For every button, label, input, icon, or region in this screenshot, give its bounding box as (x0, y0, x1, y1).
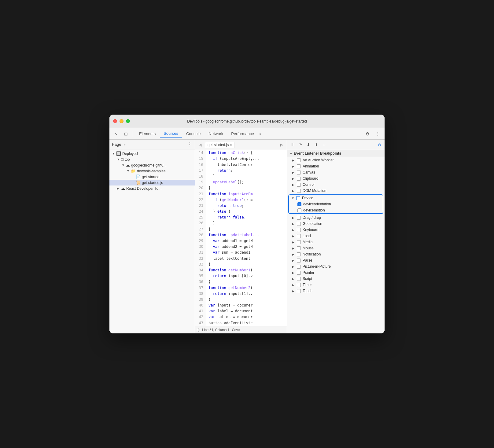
bp-item-drag-drop[interactable]: ▶ Drag / drop (287, 215, 385, 221)
more-options-icon[interactable]: ⋮ (374, 130, 382, 138)
code-line-22: 22 if (getNumber1() = (195, 197, 287, 203)
tree-label-ds: devtools-samples... (137, 169, 168, 173)
bp-item-device-header[interactable]: ▼ Device (289, 195, 383, 201)
bp-checkbox-timer[interactable] (297, 283, 301, 287)
prev-file-button[interactable]: ◁ (197, 141, 204, 148)
tree-arrow-top: ▼ (117, 158, 120, 161)
sidebar-more-button[interactable]: » (124, 143, 125, 146)
bp-item-control[interactable]: ▶ Control (287, 182, 385, 188)
format-button[interactable]: {} (197, 328, 200, 332)
bp-checkbox-drag-drop[interactable] (297, 216, 301, 220)
bp-item-script[interactable]: ▶ Script (287, 276, 385, 282)
tab-console[interactable]: Console (182, 130, 205, 137)
bp-item-ad-auction[interactable]: ▶ Ad Auction Worklet (287, 157, 385, 163)
bp-checkbox-device[interactable] (296, 196, 300, 200)
tree-label-gs: get-started (142, 175, 159, 179)
tree-item-get-started[interactable]: 📄 get-started (109, 174, 195, 180)
bp-item-geolocation[interactable]: ▶ Geolocation (287, 221, 385, 227)
bp-section-arrow: ▼ (289, 152, 293, 155)
tree-item-deployed[interactable]: ▼ 🔲 Deployed (109, 151, 195, 156)
bp-item-canvas[interactable]: ▶ Canvas (287, 169, 385, 175)
bp-item-pointer[interactable]: ▶ Pointer (287, 270, 385, 276)
code-line-24: 24 } else { (195, 209, 287, 215)
devtools-window: DevTools - googlechrome.github.io/devtoo… (109, 115, 385, 333)
bp-checkbox-mouse[interactable] (297, 246, 301, 250)
bp-checkbox-control[interactable] (297, 183, 301, 187)
tree-item-googlechrome[interactable]: ▼ ☁ googlechrome.githu... (109, 162, 195, 168)
cursor-icon[interactable]: ↖ (112, 130, 120, 138)
code-body[interactable]: 14function onClick() { 15 if (inputsAreE… (195, 150, 287, 326)
bp-checkbox-deviceorientation[interactable] (297, 202, 301, 206)
tree-item-devtools-samples[interactable]: ▼ 📁 devtools-samples... (109, 168, 195, 174)
bp-checkbox-pointer[interactable] (297, 271, 301, 275)
step-button[interactable]: → (321, 141, 327, 148)
bp-checkbox-media[interactable] (297, 240, 301, 244)
bp-checkbox-parse[interactable] (297, 259, 301, 263)
bp-item-animation[interactable]: ▶ Animation (287, 163, 385, 169)
event-listener-breakpoints-header[interactable]: ▼ Event Listener Breakpoints (287, 150, 385, 157)
bp-checkbox-geolocation[interactable] (297, 222, 301, 226)
step-out-button[interactable]: ⬆ (313, 141, 319, 148)
sidebar-options-button[interactable]: ⋮ (187, 141, 192, 147)
bp-checkbox-ad-auction[interactable] (297, 158, 301, 162)
settings-icon[interactable]: ⚙ (363, 130, 372, 138)
top-icon: □ (121, 157, 124, 162)
close-button[interactable] (113, 119, 117, 123)
bp-item-load[interactable]: ▶ Load (287, 233, 385, 239)
code-tab-close-button[interactable]: × (230, 143, 232, 147)
step-over-button[interactable]: ↷ (297, 141, 304, 148)
tree-item-react[interactable]: ▶ ☁ React Developer To... (109, 185, 195, 191)
deployed-icon: 🔲 (116, 151, 121, 156)
tab-network[interactable]: Network (205, 130, 227, 137)
code-line-28: 28function updateLabel... (195, 232, 287, 238)
bp-checkbox-notification[interactable] (297, 252, 301, 256)
bp-item-timer[interactable]: ▶ Timer (287, 282, 385, 288)
bp-checkbox-animation[interactable] (297, 164, 301, 168)
tree-label-react: React Developer To... (126, 186, 161, 191)
tab-performance[interactable]: Performance (227, 130, 257, 137)
bp-item-parse[interactable]: ▶ Parse (287, 257, 385, 263)
code-header: ◁ get-started.js × ▷ (195, 140, 287, 150)
more-tabs-button[interactable]: » (258, 131, 263, 136)
bp-checkbox-canvas[interactable] (297, 171, 301, 174)
bp-item-pip[interactable]: ▶ Picture-in-Picture (287, 263, 385, 270)
coverage-indicator: Cove (232, 328, 240, 332)
code-line-30: 30 var addend2 = getN (195, 244, 287, 250)
bp-checkbox-clipboard[interactable] (297, 177, 301, 181)
tree-item-get-started-js[interactable]: 📜 get-started.js (109, 180, 195, 185)
bp-checkbox-dom-mutation[interactable] (297, 189, 301, 193)
bp-item-media[interactable]: ▶ Media (287, 239, 385, 245)
bp-item-devicemotion[interactable]: devicemotion (289, 207, 383, 213)
bp-section-title: Event Listener Breakpoints (294, 151, 341, 156)
bp-item-clipboard[interactable]: ▶ Clipboard (287, 175, 385, 182)
device-toggle-icon[interactable]: ⊡ (122, 130, 130, 138)
bp-item-notification[interactable]: ▶ Notification (287, 251, 385, 257)
bp-checkbox-keyboard[interactable] (297, 228, 301, 232)
file-icon-1: 📄 (136, 174, 141, 179)
title-bar: DevTools - googlechrome.github.io/devtoo… (109, 115, 385, 128)
pause-resume-button[interactable]: ⏸ (289, 141, 296, 148)
minimize-button[interactable] (120, 119, 124, 123)
code-line-41: 41var label = document (195, 308, 287, 314)
step-into-button[interactable]: ⬇ (305, 141, 312, 148)
bp-checkbox-load[interactable] (297, 234, 301, 238)
deactivate-breakpoints-button[interactable]: ⊘ (376, 141, 383, 148)
code-tab-active[interactable]: get-started.js × (205, 142, 234, 148)
bp-checkbox-touch[interactable] (297, 289, 301, 293)
next-file-button[interactable]: ▷ (278, 141, 285, 148)
tab-sources[interactable]: Sources (160, 130, 182, 138)
file-tree: ▼ 🔲 Deployed ▼ □ top ▼ ☁ googlechrome.gi… (109, 149, 195, 333)
bp-checkbox-script[interactable] (297, 277, 301, 281)
tab-elements[interactable]: Elements (135, 130, 159, 137)
bp-item-touch[interactable]: ▶ Touch (287, 288, 385, 294)
bp-checkbox-pip[interactable] (297, 265, 301, 269)
bp-item-deviceorientation[interactable]: deviceorientation (289, 201, 383, 207)
tree-arrow-ds: ▼ (127, 169, 130, 173)
bp-item-dom-mutation[interactable]: ▶ DOM Mutation (287, 188, 385, 194)
code-line-43: 43button.addEventListe (195, 320, 287, 326)
bp-item-mouse[interactable]: ▶ Mouse (287, 245, 385, 251)
tree-item-top[interactable]: ▼ □ top (109, 156, 195, 162)
maximize-button[interactable] (126, 119, 130, 123)
bp-checkbox-devicemotion[interactable] (297, 208, 301, 212)
bp-item-keyboard[interactable]: ▶ Keyboard (287, 227, 385, 233)
